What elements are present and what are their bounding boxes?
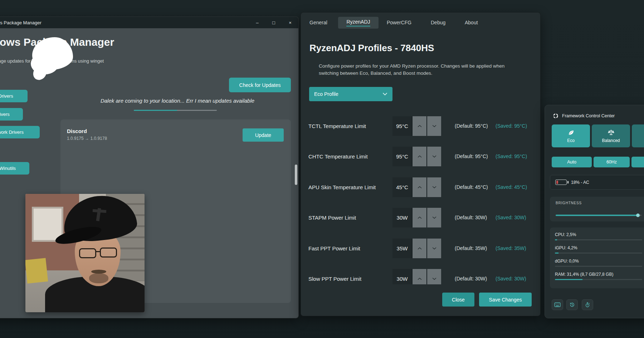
profile-dropdown[interactable]: Eco Profile [309, 87, 392, 101]
stat-label: RAM: 31,4% (8,7 GB/27,8 GB) [555, 271, 642, 278]
brightness-thumb[interactable] [636, 214, 640, 217]
decrement-button[interactable] [427, 239, 441, 258]
setting-row: Slow PPT Power Limit 30W (Default: 30W) … [301, 269, 541, 284]
sidebar-button-intel-drivers[interactable]: Intel Drivers [0, 90, 28, 102]
saved-value: (Saved: 30W) [496, 208, 526, 227]
setting-label: Fast PPT Power Limit [308, 239, 360, 258]
timer-button[interactable] [582, 299, 593, 310]
value-spinner: 35W [392, 239, 441, 258]
eco-label: Eco [567, 138, 575, 143]
saved-value: (Saved: 35W) [496, 239, 526, 258]
chevron-down-icon [432, 125, 436, 127]
setting-row: CHTC Temperature Limit 95°C (Default: 95… [301, 147, 541, 166]
spinner-value: 30W [392, 208, 412, 227]
stat-dgpu: dGPU: 0,0% [555, 258, 642, 271]
stat-igpu: iGPU: 4,2% [555, 244, 642, 258]
keyboard-button[interactable] [552, 299, 563, 310]
stat-bar [555, 266, 642, 267]
update-button[interactable]: Update [243, 128, 284, 142]
battery-status: 18% - AC [550, 175, 644, 190]
profile-dropdown-value: Eco Profile [314, 91, 338, 97]
auto-refresh-button[interactable]: Auto [552, 157, 592, 167]
chevron-up-icon [418, 216, 422, 219]
saved-value: (Saved: 30W) [496, 269, 526, 284]
tab-general[interactable]: General [309, 20, 327, 25]
tab-debug[interactable]: Debug [431, 20, 445, 25]
sidebar-button-ctt-winutils[interactable]: CTT Winutils [0, 162, 29, 175]
chevron-down-icon [432, 155, 436, 158]
chevron-up-icon [418, 125, 422, 127]
update-progress-bar [134, 110, 217, 111]
setting-label: STAPM Power Limit [308, 208, 356, 227]
close-button[interactable]: × [282, 17, 298, 28]
sidebar-button-amd-drivers[interactable]: AMD Drivers [0, 108, 23, 121]
increment-button[interactable] [413, 116, 426, 136]
scrollbar-thumb[interactable] [295, 165, 297, 185]
setting-label: CHTC Temperature Limit [308, 147, 368, 166]
stat-bar-fill [555, 239, 557, 240]
increment-button[interactable] [413, 208, 426, 227]
decrement-button[interactable] [427, 147, 441, 166]
webcam-photo [25, 194, 145, 312]
balanced-mode-button[interactable]: Balanced [592, 124, 630, 147]
close-icon: × [289, 20, 292, 25]
balanced-label: Balanced [602, 138, 620, 143]
close-button[interactable]: Close [442, 293, 474, 307]
stat-label: iGPU: 4,2% [555, 244, 642, 251]
history-clock-icon [569, 302, 575, 308]
refresh-rate-60hz-button[interactable]: 60Hz [594, 157, 630, 167]
panel-header: Framework Control Center [553, 113, 615, 119]
setting-row: STAPM Power Limit 30W (Default: 30W) (Sa… [301, 208, 541, 227]
stat-label: CPU: 2,5% [555, 231, 642, 238]
chevron-up-icon [418, 186, 422, 188]
chevron-down-icon [432, 278, 436, 280]
decrement-button[interactable] [427, 116, 441, 136]
tab-powercfg[interactable]: PowerCFG [387, 20, 411, 25]
saved-value: (Saved: 95°C) [496, 116, 527, 136]
chevron-up-icon [418, 278, 422, 280]
increment-button[interactable] [413, 239, 426, 258]
setting-label: Slow PPT Power Limit [308, 269, 361, 284]
increment-button[interactable] [413, 177, 426, 197]
increment-button[interactable] [413, 147, 426, 166]
spinner-value: 30W [392, 269, 412, 284]
system-stats: CPU: 2,5% iGPU: 4,2% dGPU: 0,0% RAM: 31,… [550, 227, 644, 288]
keyboard-icon [554, 302, 561, 307]
stat-bar-fill [555, 253, 558, 254]
save-changes-button[interactable]: Save Changes [479, 293, 532, 307]
refresh-button-clipped[interactable] [631, 157, 644, 167]
eco-mode-button[interactable]: Eco [552, 124, 590, 147]
brightness-label: BRIGHTNESS [556, 201, 582, 205]
check-for-updates-button[interactable]: Check for Updates [229, 78, 291, 92]
decrement-button[interactable] [427, 208, 441, 227]
value-spinner: 30W [392, 269, 441, 284]
decrement-button[interactable] [427, 269, 441, 284]
spinner-value: 95°C [392, 147, 412, 166]
minimize-button[interactable]: – [249, 17, 265, 28]
spinner-value: 45°C [392, 177, 412, 197]
history-button[interactable] [566, 299, 578, 310]
page-title: Windows Package Manager [0, 36, 114, 48]
default-value: (Default: 30W) [455, 269, 487, 284]
sidebar-button-framework-drivers[interactable]: Framework Drivers [0, 126, 40, 138]
tab-about[interactable]: About [465, 20, 478, 25]
increment-button[interactable] [413, 269, 426, 284]
titlebar: Windows Package Manager – □ × [0, 17, 298, 28]
status-message: Dalek are coming to your location... Err… [74, 98, 281, 104]
battery-nub [567, 181, 569, 183]
maximize-button[interactable]: □ [265, 17, 282, 28]
window-title: Windows Package Manager [0, 20, 42, 25]
decrement-button[interactable] [427, 177, 441, 197]
minimize-icon: – [256, 20, 258, 25]
value-spinner: 95°C [392, 116, 441, 136]
settings-list: TCTL Temperature Limit 95°C (Default: 95… [301, 108, 541, 284]
stat-bar [555, 279, 642, 280]
mode-button-clipped[interactable] [632, 124, 644, 147]
brightness-slider[interactable] [556, 215, 641, 216]
stat-bar [555, 239, 642, 240]
tab-ryzenadj[interactable]: RyzenADJ [338, 17, 379, 29]
leaf-icon [567, 129, 575, 136]
chevron-down-icon [432, 186, 436, 188]
tab-ryzenadj-label: RyzenADJ [346, 19, 370, 26]
framework-control-center: Framework Control Center Eco Balanced Au… [545, 105, 644, 318]
